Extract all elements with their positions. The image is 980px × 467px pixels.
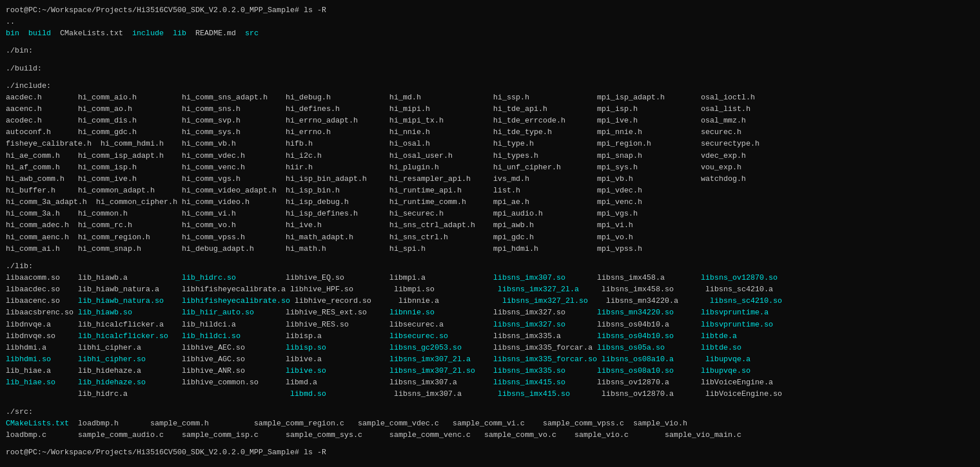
- terminal: root@PC:~/Workspace/Projects/Hi3516CV500…: [6, 5, 974, 458]
- include-row-9: hi_buffer.h hi_common_adapt.h hi_comm_vi…: [6, 185, 974, 197]
- include-row-2: aacenc.h hi_comm_ao.h hi_comm_sns.h hi_d…: [6, 103, 974, 115]
- include-row-7: hi_af_comm.h hi_comm_isp.h hi_comm_venc.…: [6, 162, 974, 173]
- include-row-3: acodec.h hi_comm_dis.h hi_comm_svp.h hi_…: [6, 115, 974, 127]
- lib-row-3: libaacenc.so lib_hiawb_natura.so libhifi…: [6, 295, 974, 307]
- include-row-8: hi_awb_comm.h hi_comm_ive.h hi_comm_vgs.…: [6, 173, 974, 185]
- include-row-1: aacdec.h hi_comm_aio.h hi_comm_sns_adapt…: [6, 92, 974, 103]
- lib-row-6: libdnvqe.so lib_hicalcflicker.so lib_hil…: [6, 331, 974, 342]
- lib-row-9: lib_hiae.a lib_hidehaze.a libhive_ANR.so…: [6, 365, 974, 377]
- include-row-11: hi_comm_3a.h hi_common.h hi_comm_vi.h hi…: [6, 208, 974, 220]
- include-row-10: hi_comm_3a_adapt.h hi_common_cipher.h hi…: [6, 197, 974, 208]
- src-row-1: CMakeLists.txt loadbmp.h sample_comm.h s…: [6, 418, 974, 429]
- lib-row-1: libaacomm.so lib_hiawb.a lib_hidrc.so li…: [6, 272, 974, 284]
- lib-header: ./lib:: [6, 261, 974, 272]
- lib-row-11: lib_hidrc.a libmd.so libsns_imx307.a lib…: [6, 388, 974, 400]
- lib-row-8: libhdmi.so libhi_cipher.so libhive_AGC.s…: [6, 354, 974, 365]
- include-row-6: hi_ae_comm.h hi_comm_isp_adapt.h hi_comm…: [6, 150, 974, 162]
- lib-row-2: libaacdec.so lib_hiawb_natura.a libhifis…: [6, 284, 974, 295]
- lib-row-7: libhdmi.a libhi_cipher.a libhive_AEC.so …: [6, 342, 974, 354]
- prompt-line: root@PC:~/Workspace/Projects/Hi3516CV500…: [6, 5, 974, 16]
- dot-dot-line: ..: [6, 16, 974, 28]
- bottom-prompt: root@PC:~/Workspace/Projects/Hi3516CV500…: [6, 447, 974, 458]
- bin-header: ./bin:: [6, 45, 974, 57]
- include-header: ./include:: [6, 80, 974, 92]
- include-row-13: hi_comm_aenc.h hi_comm_region.h hi_comm_…: [6, 232, 974, 243]
- include-row-14: hi_comm_ai.h hi_comm_snap.h hi_debug_ada…: [6, 243, 974, 255]
- lib-row-4: libaacsbrenc.so lib_hiawb.so lib_hiir_au…: [6, 307, 974, 318]
- include-row-12: hi_comm_adec.h hi_comm_rc.h hi_comm_vo.h…: [6, 220, 974, 231]
- lib-row-5: libdnvqe.a lib_hicalcflicker.a lib_hildc…: [6, 319, 974, 331]
- src-row-2: loadbmp.c sample_comm_audio.c sample_com…: [6, 429, 974, 441]
- dot-line: bin build CMakeLists.txt include lib REA…: [6, 28, 974, 39]
- include-row-4: autoconf.h hi_comm_gdc.h hi_comm_sys.h h…: [6, 127, 974, 138]
- lib-row-10: lib_hiae.so lib_hidehaze.so libhive_comm…: [6, 377, 974, 388]
- build-header: ./build:: [6, 63, 974, 75]
- src-header: ./src:: [6, 406, 974, 418]
- include-row-5: fisheye_calibrate.h hi_comm_hdmi.h hi_co…: [6, 138, 974, 150]
